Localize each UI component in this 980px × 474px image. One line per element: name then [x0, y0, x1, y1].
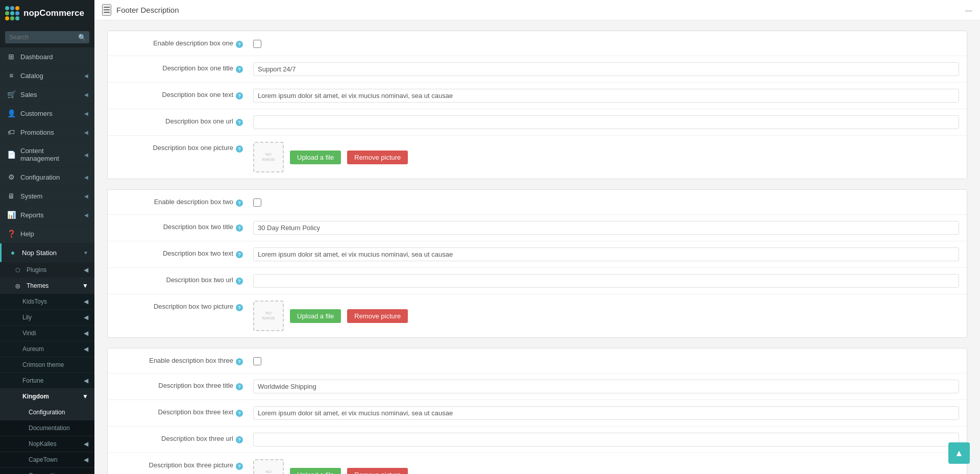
sidebar-item-capetown[interactable]: CapeTown ◀	[0, 452, 94, 468]
url-box-two-input[interactable]	[253, 274, 959, 288]
picture-box-two-row: Description box two picture ? NOIMAGE Up…	[108, 294, 967, 337]
url-box-one-input[interactable]	[253, 115, 959, 129]
help-icon[interactable]: ?	[236, 66, 243, 73]
help-icon[interactable]: ?	[236, 278, 243, 285]
title-box-two-label: Description box two title ?	[108, 220, 251, 232]
upload-box-one-button[interactable]: Upload a file	[290, 151, 341, 164]
chevron-down-icon: ▼	[82, 393, 88, 400]
sidebar-item-help[interactable]: ❓ Help	[0, 224, 94, 243]
sidebar-item-core-settings[interactable]: Core settings ◀	[0, 468, 94, 474]
sales-icon: 🛒	[6, 90, 16, 98]
sidebar-item-lily[interactable]: Lily ◀	[0, 310, 94, 326]
help-icon[interactable]: ?	[236, 251, 243, 258]
search-button[interactable]: 🔍	[78, 34, 86, 41]
text-box-one-input[interactable]	[253, 89, 959, 103]
sidebar-item-label: Sales	[20, 91, 84, 98]
logo-dot	[5, 11, 9, 15]
sidebar-item-label: Core settings	[29, 472, 65, 474]
sidebar-item-configuration[interactable]: ⚙ Configuration ◀	[0, 168, 94, 187]
sidebar-item-customers[interactable]: 👤 Customers ◀	[0, 104, 94, 123]
help-icon[interactable]: ?	[236, 463, 243, 470]
sidebar-item-reports[interactable]: 📊 Reports ◀	[0, 206, 94, 224]
help-icon[interactable]: ?	[236, 436, 243, 443]
upload-box-three-button[interactable]: Upload a file	[290, 468, 341, 475]
title-box-two-input[interactable]	[253, 221, 959, 235]
search-input[interactable]	[5, 31, 89, 43]
remove-box-three-button[interactable]: Remove picture	[347, 468, 408, 475]
sidebar-item-label: Content management	[20, 147, 84, 162]
sidebar-item-catalog[interactable]: ≡ Catalog ◀	[0, 66, 94, 85]
help-icon[interactable]: ?	[236, 224, 243, 232]
minimize-button[interactable]: —	[965, 6, 972, 14]
back-to-top-button[interactable]: ▲	[948, 442, 970, 464]
enable-box-one-control	[251, 36, 967, 51]
logo-dot	[10, 6, 14, 10]
sidebar-item-label: Documentation	[29, 425, 70, 432]
sidebar-item-sales[interactable]: 🛒 Sales ◀	[0, 85, 94, 104]
title-box-two-control	[251, 220, 967, 236]
url-box-three-input[interactable]	[253, 433, 959, 446]
sidebar-item-label: Customers	[20, 110, 84, 117]
sidebar-item-kingdom-config[interactable]: Configuration	[0, 405, 94, 420]
help-icon[interactable]: ?	[236, 92, 243, 99]
remove-box-two-button[interactable]: Remove picture	[347, 309, 408, 323]
hamburger-button[interactable]: ☰	[102, 4, 111, 16]
sidebar-item-kingdom[interactable]: Kingdom ▼	[0, 389, 94, 405]
sidebar-item-label: CapeTown	[29, 456, 58, 463]
sidebar-item-crimson[interactable]: Crimson theme	[0, 357, 94, 373]
help-icon[interactable]: ?	[236, 41, 243, 48]
title-box-three-input[interactable]	[253, 380, 959, 393]
help-icon[interactable]: ?	[236, 410, 243, 417]
help-icon[interactable]: ?	[236, 304, 243, 311]
sidebar-item-kidstoys[interactable]: KidsToys ◀	[0, 294, 94, 310]
plugins-icon: ⬡	[15, 267, 23, 273]
sidebar-item-themes[interactable]: ◎ Themes ▼	[0, 278, 94, 294]
url-box-one-label: Description box one url ?	[108, 114, 251, 126]
picture-box-two-control: NOIMAGE Upload a file Remove picture	[251, 300, 967, 332]
sidebar-item-dashboard[interactable]: ⊞ Dashboard	[0, 47, 94, 66]
sidebar-item-viridi[interactable]: Viridi ◀	[0, 326, 94, 341]
help-icon[interactable]: ?	[236, 358, 243, 365]
help-icon[interactable]: ?	[236, 383, 243, 390]
chevron-icon: ◀	[84, 472, 88, 474]
upload-box-two-button[interactable]: Upload a file	[290, 309, 341, 323]
enable-box-three-checkbox[interactable]	[253, 357, 261, 365]
sidebar-item-aureum[interactable]: Aureum ◀	[0, 341, 94, 357]
text-box-one-control	[251, 88, 967, 104]
title-box-one-input[interactable]	[253, 62, 959, 76]
promotions-icon: 🏷	[6, 128, 16, 136]
chevron-icon: ◀	[84, 73, 88, 79]
remove-box-one-button[interactable]: Remove picture	[347, 151, 408, 164]
sidebar-item-label: Catalog	[20, 72, 84, 80]
picture-box-three-label: Description box three picture ?	[108, 458, 251, 470]
sidebar-item-label: Lily	[22, 314, 32, 321]
text-box-three-input[interactable]	[253, 406, 959, 420]
section-divider	[107, 179, 967, 189]
logo-dot	[5, 6, 9, 10]
help-icon[interactable]: ?	[236, 145, 243, 153]
sidebar-item-documentation[interactable]: Documentation	[0, 420, 94, 436]
logo-dot	[15, 6, 19, 10]
enable-box-one-checkbox[interactable]	[253, 40, 261, 48]
content-area: Enable description box one ? Description…	[94, 20, 980, 474]
catalog-icon: ≡	[6, 71, 16, 80]
system-icon: 🖥	[6, 192, 16, 200]
picture-box-three-wrap: NOIMAGE Upload a file Remove picture	[253, 459, 959, 474]
help-icon[interactable]: ?	[236, 199, 243, 207]
sidebar-item-plugins[interactable]: ⬡ Plugins ◀	[0, 262, 94, 278]
no-image-placeholder: NOIMAGE	[253, 301, 284, 331]
url-box-two-row: Description box two url ?	[108, 268, 967, 294]
url-box-three-row: Description box three url ?	[108, 427, 967, 453]
sidebar-item-label: Nop Station	[22, 249, 83, 257]
sidebar-item-promotions[interactable]: 🏷 Promotions ◀	[0, 123, 94, 142]
sidebar-item-nopkalles[interactable]: NopKalles ◀	[0, 436, 94, 452]
sidebar-item-system[interactable]: 🖥 System ◀	[0, 187, 94, 206]
main-content: ☰ Footer Description — Enable descriptio…	[94, 0, 980, 474]
sidebar-item-nop-station[interactable]: ● Nop Station ▼	[0, 243, 94, 262]
text-box-two-input[interactable]	[253, 247, 959, 261]
help-icon[interactable]: ?	[236, 119, 243, 126]
enable-box-two-checkbox[interactable]	[253, 198, 261, 207]
themes-submenu: KidsToys ◀ Lily ◀ Viridi ◀ Aureum ◀ Crim…	[0, 294, 94, 474]
sidebar-item-fortune[interactable]: Fortune ◀	[0, 373, 94, 389]
sidebar-item-content[interactable]: 📄 Content management ◀	[0, 142, 94, 168]
